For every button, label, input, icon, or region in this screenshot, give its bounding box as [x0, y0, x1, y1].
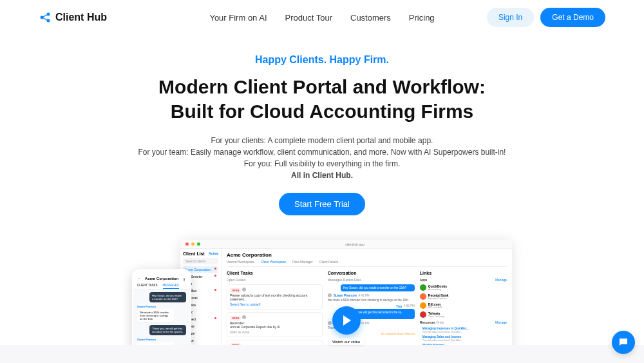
tagline: Happy Clients. Happy Firm.: [13, 54, 631, 66]
nav-pricing[interactable]: Pricing: [409, 13, 435, 23]
task-card[interactable]: OPEN Reminder:Annual Corporate Report du…: [227, 312, 323, 337]
resource-link[interactable]: Managing Sales and IncomeTutorial video …: [420, 335, 507, 342]
min-dot: [191, 242, 194, 246]
tab-files[interactable]: Files Manager: [292, 260, 313, 264]
svg-point-2: [47, 19, 50, 23]
resource-link[interactable]: Managing Expenses in QuickBo...Tutorial …: [420, 327, 507, 333]
headline: Modern Client Portal and Workflow: Built…: [13, 75, 631, 123]
max-dot: [197, 242, 200, 246]
svg-point-0: [41, 16, 44, 19]
manage-resources[interactable]: Manage: [495, 320, 507, 324]
footer-bar: [0, 345, 644, 363]
subtext2: For your team: Easily manage workflow, c…: [13, 146, 631, 158]
nav-tour[interactable]: Product Tour: [285, 13, 332, 23]
nav-customers[interactable]: Customers: [350, 13, 391, 23]
nav-ai[interactable]: Your Firm on AI: [209, 13, 267, 23]
play-button[interactable]: [332, 306, 361, 335]
close-dot: [185, 242, 189, 246]
chat-widget[interactable]: [612, 331, 635, 354]
logo[interactable]: Client Hub: [39, 11, 107, 24]
conv-tabs[interactable]: Messages Recent Files: [328, 278, 415, 282]
manage-apps[interactable]: Manage: [495, 278, 507, 282]
client-name: Acme Corporation: [227, 252, 507, 258]
tasks-header: Client Tasks: [227, 271, 323, 275]
chat-icon: [618, 337, 629, 348]
msg-sent: Hey Susan, did you made a transfer on th…: [341, 284, 415, 291]
svg-line-3: [43, 15, 48, 17]
play-icon: [343, 315, 351, 326]
sidebar-title: Client List: [183, 251, 205, 256]
app-tsheets[interactable]: TsheetsTime Tracking: [420, 311, 507, 318]
watch-label: Watch our video: [328, 338, 364, 345]
subtext3: For you: Full visibility to everything i…: [13, 158, 631, 170]
upload-link[interactable]: Select files to upload!: [230, 302, 319, 306]
links-header: Links: [420, 271, 507, 275]
tab-internal[interactable]: Internal Workspace: [227, 260, 254, 264]
svg-point-1: [47, 13, 50, 16]
client-search[interactable]: Search clients: [183, 258, 218, 264]
subtext1: For your clients: A complete modern clie…: [13, 135, 631, 146]
logo-text: Client Hub: [55, 12, 107, 23]
app-billcom[interactable]: Bill.comA/P and A/R: [420, 302, 507, 309]
conv-header: Conversation: [328, 271, 415, 275]
demo-button[interactable]: Get a Demo: [540, 8, 605, 27]
logo-icon: [39, 11, 52, 24]
tab-details[interactable]: Client Details: [319, 260, 338, 264]
app-quickbooks[interactable]: QuickBooksAccounting: [420, 284, 507, 291]
trial-button[interactable]: Start Free Trial: [279, 193, 365, 215]
url-bar: clienthub.app: [203, 242, 507, 246]
task-filter[interactable]: Open Closed: [227, 278, 323, 282]
active-filter[interactable]: Active: [209, 251, 218, 256]
subtext4: All in Client Hub.: [13, 170, 631, 181]
app-receiptbank[interactable]: Receipt BankReceipt Capture: [420, 293, 507, 300]
signin-button[interactable]: Sign In: [487, 8, 534, 27]
task-card[interactable]: OPEN Please upload a copy of last months…: [227, 284, 323, 309]
tab-client[interactable]: Client Workspace: [261, 260, 286, 264]
svg-line-4: [43, 18, 48, 20]
